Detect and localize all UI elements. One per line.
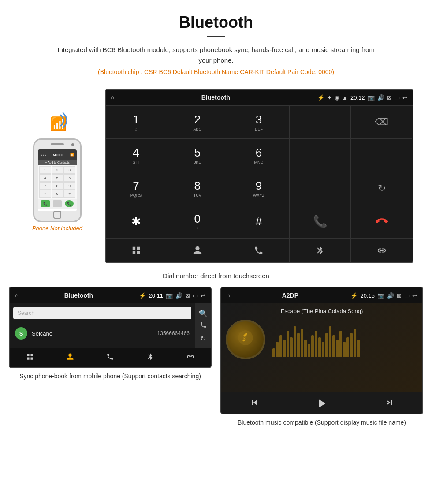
- bottom-icon-phone[interactable]: [228, 239, 290, 262]
- back-icon[interactable]: ↩: [402, 94, 407, 101]
- music-time: 20:15: [360, 292, 375, 299]
- dial-empty-1: [290, 106, 351, 139]
- dial-key-4[interactable]: 4GHI: [106, 139, 167, 172]
- title-divider: [207, 36, 225, 37]
- music-home-icon: ⌂: [227, 292, 230, 299]
- usb-icon: ⚡: [317, 94, 324, 101]
- dialpad-screen: ⌂ Bluetooth ⚡ ✦ ◉ ▲ 20:12 📷 🔊 ⊠ ▭ ↩ 1⌂: [105, 89, 413, 263]
- refresh-icon[interactable]: ↻: [200, 334, 206, 343]
- dialpad-title: Bluetooth: [201, 94, 230, 101]
- viz-bar: [276, 342, 279, 357]
- bottom-icon-person[interactable]: [167, 239, 228, 262]
- music-caption: Bluetooth music compatible (Support disp…: [238, 418, 406, 427]
- pb-title: Bluetooth: [64, 292, 93, 299]
- music-album-area: ♪: [226, 320, 418, 359]
- search-icon[interactable]: 🔍: [199, 309, 208, 317]
- dial-key-hash[interactable]: #: [228, 205, 290, 238]
- volume-icon: 🔊: [377, 94, 384, 101]
- viz-bar: [350, 333, 353, 357]
- search-bar[interactable]: Search: [13, 307, 191, 319]
- bluetooth-specs: (Bluetooth chip : CSR BC6 Default Blueto…: [9, 68, 423, 75]
- viz-bar: [311, 335, 314, 357]
- page-header: Bluetooth Integrated with BC6 Bluetooth …: [0, 0, 432, 89]
- skip-forward-button[interactable]: [384, 397, 395, 412]
- viz-bar: [357, 340, 360, 357]
- home-icon: ⌂: [111, 94, 114, 101]
- phone-container: 📶 ●●● MOTO 📶 + Add to Contacts 123: [19, 89, 96, 231]
- pb-home-icon: ⌂: [15, 292, 18, 299]
- dial-key-8[interactable]: 8TUV: [167, 172, 228, 205]
- viz-bar: [329, 326, 331, 357]
- call-icon[interactable]: [200, 321, 207, 330]
- viz-bar: [336, 340, 339, 357]
- dial-key-star[interactable]: ✱: [106, 205, 167, 238]
- dial-backspace[interactable]: ⌫: [351, 106, 412, 139]
- dialpad-status-bar: ⌂ Bluetooth ⚡ ✦ ◉ ▲ 20:12 📷 🔊 ⊠ ▭ ↩: [106, 90, 413, 105]
- search-placeholder: Search: [18, 310, 34, 316]
- bottom-icon-grid[interactable]: [106, 239, 167, 262]
- pb-time: 20:11: [149, 292, 163, 299]
- music-content-area: Escape (The Pina Colada Song) ♪: [221, 303, 422, 392]
- dial-key-6[interactable]: 6MNO: [228, 139, 290, 172]
- viz-bar: [322, 342, 324, 357]
- viz-bar: [297, 333, 300, 357]
- svg-rect-3: [319, 400, 320, 407]
- phone-not-included-label: Phone Not Included: [32, 225, 82, 231]
- pb-grid-icon[interactable]: [26, 353, 34, 363]
- viz-bar: [272, 348, 275, 357]
- viz-bar: [346, 337, 349, 357]
- dial-empty-3: [351, 139, 412, 172]
- dial-refresh[interactable]: ↻: [351, 172, 412, 205]
- dial-key-5[interactable]: 5JKL: [167, 139, 228, 172]
- dialpad-time: 20:12: [350, 94, 365, 101]
- dial-key-7[interactable]: 7PQRS: [106, 172, 167, 205]
- signal-icon: ▲: [342, 94, 348, 101]
- pb-link-icon[interactable]: [186, 353, 194, 363]
- pb-status-bar: ⌂ Bluetooth ⚡ 20:11 📷 🔊 ⊠ ▭ ↩: [10, 287, 211, 303]
- music-status-bar: ⌂ A2DP ⚡ 20:15 📷 🔊 ⊠ ▭ ↩: [221, 287, 422, 303]
- dial-key-9[interactable]: 9WXYZ: [228, 172, 290, 205]
- viz-bar: [343, 342, 346, 357]
- bottom-screenshots: ⌂ Bluetooth ⚡ 20:11 📷 🔊 ⊠ ▭ ↩: [0, 287, 432, 436]
- viz-bar: [301, 329, 303, 357]
- bottom-icon-bluetooth[interactable]: [290, 239, 351, 262]
- album-art: ♪: [226, 320, 265, 359]
- dialpad-caption: Dial number direct from touchscreen: [0, 268, 432, 287]
- pb-bluetooth-icon[interactable]: [146, 353, 154, 363]
- contact-avatar: S: [15, 327, 27, 340]
- pb-bottom-bar: [10, 348, 211, 367]
- viz-bar: [318, 337, 321, 357]
- skip-back-button[interactable]: [249, 397, 260, 412]
- dial-call-red[interactable]: [351, 205, 412, 238]
- svg-point-1: [238, 330, 253, 345]
- music-block: ⌂ A2DP ⚡ 20:15 📷 🔊 ⊠ ▭ ↩ Escape (The Pin…: [220, 287, 423, 427]
- bluetooth-status-icon: ✦: [327, 94, 332, 101]
- viz-bar: [287, 331, 289, 357]
- viz-bar: [325, 333, 328, 357]
- svg-text:📶: 📶: [50, 116, 67, 132]
- music-note-icon: ♪: [237, 329, 254, 350]
- pb-phone-icon[interactable]: [106, 353, 114, 363]
- svg-text:♪: ♪: [242, 335, 246, 343]
- play-pause-button[interactable]: [316, 397, 328, 412]
- viz-bar: [304, 340, 307, 357]
- bottom-icon-link[interactable]: [351, 239, 412, 262]
- window-icon: ▭: [395, 94, 400, 101]
- dial-call-green[interactable]: 📞: [290, 205, 351, 238]
- viz-bar: [354, 329, 356, 357]
- contact-name: Seicane: [32, 330, 157, 337]
- dial-key-3[interactable]: 3DEF: [228, 106, 290, 139]
- pb-person-icon[interactable]: [66, 353, 74, 363]
- pb-side-panel: 🔍 ↻: [195, 303, 211, 348]
- dial-key-1[interactable]: 1⌂: [106, 106, 167, 139]
- location-icon: ◉: [335, 94, 339, 101]
- phone-mockup: ●●● MOTO 📶 + Add to Contacts 123 456 789…: [33, 138, 82, 222]
- dial-key-2[interactable]: 2ABC: [167, 106, 228, 139]
- page-title: Bluetooth: [9, 13, 423, 32]
- phonebook-screen: ⌂ Bluetooth ⚡ 20:11 📷 🔊 ⊠ ▭ ↩: [9, 287, 212, 368]
- dial-key-0[interactable]: 0+: [167, 205, 228, 238]
- camera-icon: 📷: [368, 94, 375, 101]
- contact-number: 13566664466: [157, 330, 190, 336]
- dial-empty-4: [290, 172, 351, 205]
- music-controls: [221, 392, 422, 414]
